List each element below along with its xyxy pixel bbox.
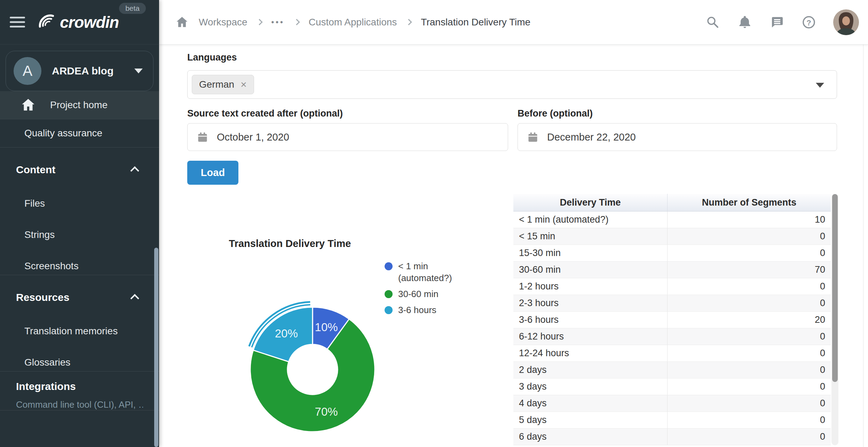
table-cell-value: 0 bbox=[668, 278, 831, 295]
table-row: 6 days0 bbox=[513, 429, 831, 445]
sidebar-item-glossaries[interactable]: Glossaries bbox=[0, 354, 159, 371]
sidebar-item-label: Project home bbox=[50, 99, 108, 111]
donut-chart[interactable]: 10%70%20% bbox=[236, 293, 389, 446]
segments-table: Delivery TimeNumber of Segments < 1 min … bbox=[513, 194, 831, 445]
calendar-icon bbox=[197, 131, 208, 143]
breadcrumb-item-more[interactable]: ••• bbox=[271, 18, 285, 27]
sidebar-scrollbar-thumb[interactable] bbox=[154, 248, 158, 447]
table-row: 2 days0 bbox=[513, 362, 831, 378]
crowdin-logo-text: crowdin bbox=[60, 13, 119, 32]
legend-dot bbox=[385, 262, 393, 270]
sidebar-section-label: Content bbox=[16, 164, 55, 176]
help-icon[interactable]: ? bbox=[801, 15, 816, 30]
table-row: 5 days0 bbox=[513, 412, 831, 429]
after-date-label: Source text created after (optional) bbox=[187, 108, 343, 119]
messages-icon[interactable] bbox=[769, 15, 784, 30]
page-scroll-gutter bbox=[863, 45, 863, 447]
table-cell-value: 0 bbox=[668, 378, 831, 395]
table-cell-label: < 1 min (automated?) bbox=[513, 211, 668, 228]
table-row: 6-12 hours0 bbox=[513, 328, 831, 345]
slice-percent-label: 20% bbox=[275, 327, 298, 340]
table-cell-label: 3 days bbox=[513, 378, 668, 395]
table-cell-value: 10 bbox=[668, 211, 831, 228]
load-button[interactable]: Load bbox=[187, 161, 238, 185]
sidebar-group-title[interactable]: Integrations bbox=[16, 381, 143, 392]
sidebar-item-label: Quality assurance bbox=[24, 128, 102, 139]
breadcrumb-item-custom-applications[interactable]: Custom Applications bbox=[309, 17, 397, 28]
sidebar-item-files[interactable]: Files bbox=[0, 195, 159, 212]
breadcrumb-separator-icon bbox=[406, 19, 412, 25]
table-scrollbar-track[interactable] bbox=[831, 194, 838, 445]
before-date-input[interactable]: December 22, 2020 bbox=[518, 123, 837, 151]
sidebar-item-translation-memories[interactable]: Translation memories bbox=[0, 322, 159, 340]
table-cell-value: 0 bbox=[668, 228, 831, 245]
table-header-number-of-segments[interactable]: Number of Segments bbox=[668, 194, 831, 211]
breadcrumb-item-workspace[interactable]: Workspace bbox=[199, 17, 247, 28]
sidebar-divider bbox=[0, 275, 159, 275]
project-selector[interactable]: A ARDEA blog bbox=[6, 51, 153, 91]
table-cell-value: 0 bbox=[668, 362, 831, 378]
user-avatar[interactable] bbox=[833, 9, 859, 35]
table-cell-label: 1-2 hours bbox=[513, 278, 668, 295]
crowdin-logo[interactable]: crowdin bbox=[35, 13, 119, 32]
languages-select[interactable]: German× bbox=[187, 70, 837, 99]
table-body: < 1 min (automated?)10< 15 min015-30 min… bbox=[513, 211, 831, 445]
svg-text:?: ? bbox=[806, 18, 811, 27]
legend-item-1-min-automated: < 1 min (automated?) bbox=[385, 260, 468, 284]
chart-title: Translation Delivery Time bbox=[206, 238, 373, 249]
sidebar-divider bbox=[0, 371, 159, 372]
table-cell-label: 5 days bbox=[513, 412, 668, 428]
table-cell-value: 20 bbox=[668, 312, 831, 328]
language-chip-label: German bbox=[199, 79, 234, 90]
sidebar-group-subtitle: Command line tool (CLI), API, … bbox=[16, 399, 143, 410]
slice-percent-label: 70% bbox=[315, 405, 338, 418]
sidebar-section-content[interactable]: Content bbox=[0, 159, 159, 181]
calendar-icon bbox=[527, 131, 539, 143]
slice-percent-label: 10% bbox=[315, 321, 338, 334]
search-icon[interactable] bbox=[705, 15, 720, 30]
chevron-up-icon bbox=[130, 166, 139, 175]
table-scrollbar-thumb[interactable] bbox=[832, 194, 838, 382]
table-cell-value: 0 bbox=[668, 395, 831, 412]
table-row: 4 days0 bbox=[513, 395, 831, 412]
sidebar-section-resources[interactable]: Resources bbox=[0, 286, 159, 309]
app-root: crowdin beta A ARDEA blog Project homeQu… bbox=[0, 0, 868, 447]
sidebar-item-strings[interactable]: Strings bbox=[0, 226, 159, 244]
after-date-input[interactable]: October 1, 2020 bbox=[187, 123, 508, 151]
table-cell-value: 0 bbox=[668, 412, 831, 428]
table-row: 2-3 hours0 bbox=[513, 295, 831, 312]
table-cell-value: 70 bbox=[668, 262, 831, 278]
home-icon bbox=[20, 97, 36, 113]
sidebar: crowdin beta A ARDEA blog Project homeQu… bbox=[0, 0, 159, 447]
topbar-icons: ? bbox=[705, 0, 868, 45]
hamburger-menu-icon[interactable] bbox=[10, 14, 25, 30]
topbar: Workspace•••Custom ApplicationsTranslati… bbox=[159, 0, 868, 45]
chevron-down-icon bbox=[134, 69, 143, 73]
main-content: Languages German× Source text created af… bbox=[159, 45, 868, 447]
sidebar-header: crowdin beta bbox=[0, 0, 159, 45]
sidebar-group-integrations: IntegrationsCommand line tool (CLI), API… bbox=[0, 381, 159, 410]
legend-item-3-6-hours: 3-6 hours bbox=[385, 304, 468, 316]
sidebar-item-quality-assurance[interactable]: Quality assurance bbox=[0, 119, 159, 147]
avatar-photo bbox=[833, 9, 859, 35]
table-cell-label: 2-3 hours bbox=[513, 295, 668, 311]
remove-chip-icon[interactable]: × bbox=[240, 79, 247, 90]
table-cell-value: 0 bbox=[668, 245, 831, 261]
language-chip-german: German× bbox=[192, 75, 254, 94]
sidebar-nav: Project homeQuality assuranceContentFile… bbox=[0, 91, 159, 410]
table-row: < 1 min (automated?)10 bbox=[513, 211, 831, 228]
breadcrumb-separator-icon bbox=[293, 19, 300, 25]
sidebar-item-screenshots[interactable]: Screenshots bbox=[0, 257, 159, 275]
breadcrumb-item-translation-delivery-time: Translation Delivery Time bbox=[421, 17, 530, 28]
sidebar-item-project-home[interactable]: Project home bbox=[0, 91, 159, 119]
home-icon[interactable] bbox=[175, 15, 189, 29]
project-name: ARDEA blog bbox=[52, 65, 134, 77]
table-cell-label: < 15 min bbox=[513, 228, 668, 245]
before-date-value: December 22, 2020 bbox=[547, 131, 636, 143]
sidebar-divider bbox=[0, 147, 159, 147]
before-date-label: Before (optional) bbox=[518, 108, 593, 119]
table-header-delivery-time[interactable]: Delivery Time bbox=[513, 194, 668, 211]
notifications-bell-icon[interactable] bbox=[737, 15, 752, 30]
table-cell-value: 0 bbox=[668, 295, 831, 311]
table-cell-label: 6-12 hours bbox=[513, 328, 668, 345]
